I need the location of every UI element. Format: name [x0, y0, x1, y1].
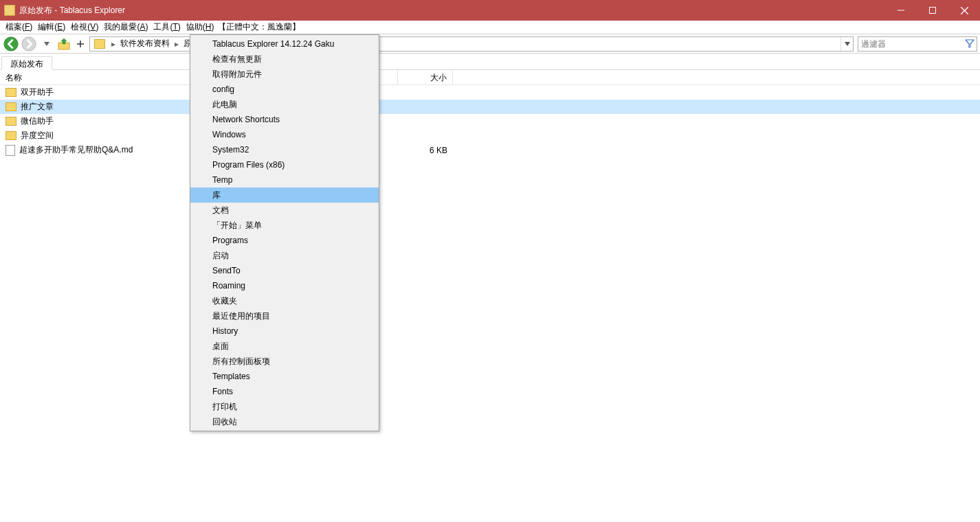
filter-input[interactable] — [858, 39, 977, 49]
history-menu-item[interactable]: SendTo — [190, 263, 379, 278]
history-menu-item[interactable]: Tablacus Explorer 14.12.24 Gaku — [190, 36, 379, 52]
history-menu-item[interactable]: Programs — [190, 233, 379, 248]
minimize-button[interactable] — [885, 0, 917, 21]
history-menu-item[interactable]: 库 — [190, 188, 379, 203]
history-menu-item[interactable]: config — [190, 82, 379, 97]
filter-icon — [965, 38, 975, 50]
history-menu-item[interactable]: 启动 — [190, 248, 379, 263]
folder-icon — [5, 88, 16, 97]
file-name: 异度空间 — [21, 130, 54, 141]
history-menu-item[interactable]: 此电脑 — [190, 97, 379, 112]
window-buttons — [885, 0, 980, 21]
chevron-right-icon[interactable]: ▸ — [109, 39, 118, 49]
history-menu-item[interactable]: Windows — [190, 127, 379, 142]
history-menu-item[interactable]: Roaming — [190, 278, 379, 293]
forward-button[interactable] — [21, 36, 37, 52]
close-button[interactable] — [948, 0, 980, 21]
file-list[interactable]: 名称 大小 双开助手推广文章微信助手异度空间超速多开助手常见帮助Q&A.md6 … — [0, 70, 980, 522]
history-menu-item[interactable]: 所有控制面板项 — [190, 354, 379, 369]
column-name[interactable]: 名称 — [0, 70, 202, 84]
menubar: 檔案(F)編輯(E)檢視(V)我的最愛(A)工具(T)協助(H) 【正體中文：風… — [0, 21, 980, 34]
folder-icon — [5, 117, 16, 126]
window-title: 原始发布 - Tablacus Explorer — [19, 5, 885, 16]
history-menu-item[interactable]: 文档 — [190, 203, 379, 218]
menu-language-note: 【正體中文：風逸蘭】 — [218, 21, 300, 33]
history-menu-item[interactable]: System32 — [190, 142, 379, 157]
list-item[interactable]: 双开助手 — [0, 85, 980, 100]
toolbar: ▸ 软件发布资料 ▸ 原始发 — [0, 34, 980, 54]
history-menu-item[interactable]: 「开始」菜单 — [190, 218, 379, 233]
chevron-right-icon[interactable]: ▸ — [172, 39, 181, 49]
history-menu-item[interactable]: Network Shortcuts — [190, 112, 379, 127]
history-menu-item[interactable]: 最近使用的项目 — [190, 308, 379, 324]
folder-icon — [94, 39, 105, 49]
menu-item-f[interactable]: 檔案(F) — [3, 21, 35, 34]
tab-strip: 原始发布 — [0, 54, 980, 70]
history-menu-item[interactable]: Fonts — [190, 384, 379, 399]
history-menu-item[interactable]: Templates — [190, 369, 379, 384]
history-menu-item[interactable]: 取得附加元件 — [190, 67, 379, 82]
app-icon — [4, 5, 15, 16]
menu-item-e[interactable]: 編輯(E) — [35, 21, 68, 34]
new-tab-button[interactable] — [73, 36, 88, 52]
history-dropdown-menu[interactable]: Tablacus Explorer 14.12.24 Gaku检查有無更新取得附… — [190, 34, 379, 431]
svg-rect-1 — [930, 8, 936, 14]
file-size: 6 KB — [398, 146, 453, 155]
svg-point-5 — [22, 36, 36, 50]
history-menu-item[interactable]: Temp — [190, 172, 379, 188]
menu-item-t[interactable]: 工具(T) — [151, 21, 183, 34]
folder-icon — [5, 131, 16, 140]
file-name: 超速多开助手常见帮助Q&A.md — [19, 144, 133, 156]
history-menu-item[interactable]: 收藏夹 — [190, 293, 379, 308]
list-item[interactable]: 超速多开助手常见帮助Q&A.md6 KB — [0, 143, 980, 157]
address-dropdown-button[interactable] — [840, 37, 853, 51]
breadcrumb-item[interactable]: 软件发布资料 — [118, 38, 172, 49]
file-name: 微信助手 — [21, 115, 54, 127]
filter-box[interactable] — [858, 36, 977, 52]
history-menu-item[interactable]: Program Files (x86) — [190, 157, 379, 172]
menu-item-a[interactable]: 我的最愛(A) — [101, 21, 151, 34]
history-menu-item[interactable]: History — [190, 324, 379, 339]
folder-icon — [5, 102, 16, 111]
list-item[interactable]: 异度空间 — [0, 128, 980, 143]
history-menu-item[interactable]: 桌面 — [190, 339, 379, 354]
history-menu-item[interactable]: 打印机 — [190, 399, 379, 414]
list-item[interactable]: 推广文章 — [0, 100, 980, 114]
main-area: 名称 大小 双开助手推广文章微信助手异度空间超速多开助手常见帮助Q&A.md6 … — [0, 70, 980, 522]
titlebar: 原始发布 - Tablacus Explorer — [0, 0, 980, 21]
maximize-button[interactable] — [917, 0, 948, 21]
file-name: 推广文章 — [21, 101, 54, 113]
up-button[interactable] — [56, 36, 71, 52]
file-icon — [5, 145, 15, 156]
menu-item-v[interactable]: 檢視(V) — [68, 21, 101, 34]
tab-active[interactable]: 原始发布 — [1, 56, 52, 70]
list-item[interactable]: 微信助手 — [0, 114, 980, 128]
history-menu-item[interactable]: 检查有無更新 — [190, 52, 379, 67]
svg-point-4 — [4, 36, 18, 50]
back-button[interactable] — [3, 36, 19, 52]
file-name: 双开助手 — [21, 87, 54, 98]
column-headers: 名称 大小 — [0, 70, 980, 85]
history-dropdown-button[interactable] — [38, 36, 55, 52]
history-menu-item[interactable]: 回收站 — [190, 414, 379, 429]
menu-item-h[interactable]: 協助(H) — [183, 21, 217, 34]
column-size[interactable]: 大小 — [398, 70, 453, 84]
